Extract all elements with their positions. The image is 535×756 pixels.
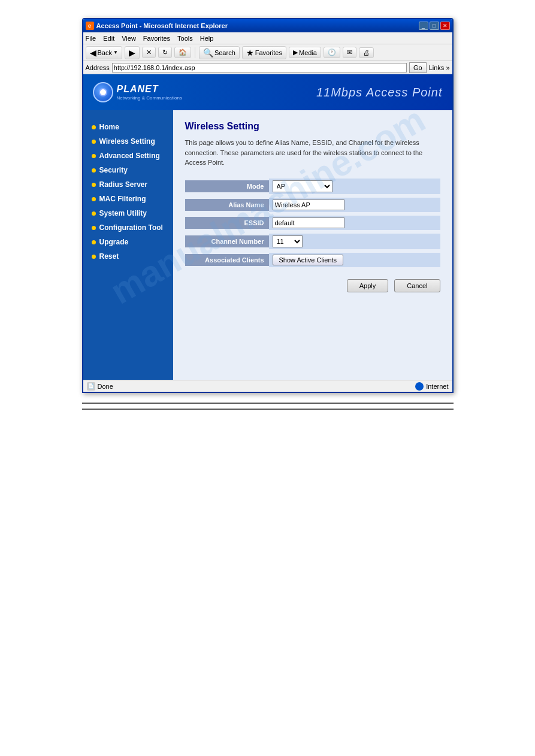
form-row-mode: Mode AP Station Ad-Hoc AP+WDS: [185, 179, 440, 194]
links-label: Links »: [429, 64, 450, 71]
star-icon: ★: [246, 48, 254, 58]
refresh-button[interactable]: ↻: [158, 47, 172, 58]
window-controls: _ □ ✕: [419, 22, 450, 30]
forward-button[interactable]: ▶: [125, 46, 140, 59]
sidebar-item-configuration-tool[interactable]: Configuration Tool: [83, 220, 173, 235]
sidebar-item-home[interactable]: Home: [83, 120, 173, 134]
bullet-icon: [92, 168, 96, 173]
bottom-dividers: [82, 403, 454, 415]
divider-line-1: [82, 403, 454, 404]
mode-label: Mode: [185, 180, 269, 192]
mode-input-cell: AP Station Ad-Hoc AP+WDS: [269, 179, 440, 194]
divider-line-2: [82, 409, 454, 410]
sidebar-label-home: Home: [99, 123, 119, 131]
sidebar-item-security[interactable]: Security: [83, 163, 173, 177]
sidebar-item-radius-server[interactable]: Radius Server: [83, 177, 173, 192]
channel-select[interactable]: 1234 5678 91011 1213: [273, 235, 303, 247]
show-clients-button[interactable]: Show Active Clients: [273, 255, 344, 265]
product-title: 11Mbps Access Point: [316, 86, 443, 99]
stop-button[interactable]: ✕: [142, 47, 156, 58]
sidebar-label-advanced-setting: Advanced Setting: [99, 152, 160, 160]
sidebar-label-radius-server: Radius Server: [99, 180, 148, 189]
window-title: Access Point - Microsoft Internet Explor…: [96, 22, 228, 29]
sidebar: Home Wireless Setting Advanced Setting S…: [83, 110, 173, 380]
close-button[interactable]: ✕: [440, 22, 450, 30]
bullet-icon: [92, 211, 96, 216]
menu-file[interactable]: File: [86, 35, 96, 42]
alias-input[interactable]: [273, 199, 344, 210]
address-label: Address: [86, 64, 110, 71]
internet-icon: [415, 382, 424, 391]
menu-edit[interactable]: Edit: [103, 35, 114, 42]
toolbar-separator: [195, 47, 195, 58]
bullet-icon: [92, 255, 96, 259]
clients-label: Associated Clients: [185, 254, 269, 266]
logo-subtext: Networking & Communications: [117, 95, 182, 101]
channel-label: Channel Number: [185, 235, 269, 247]
sidebar-label-upgrade: Upgrade: [99, 238, 129, 246]
bullet-icon: [92, 240, 96, 244]
search-icon: 🔍: [203, 48, 213, 58]
sidebar-item-upgrade[interactable]: Upgrade: [83, 235, 173, 249]
sidebar-item-system-utility[interactable]: System Utility: [83, 206, 173, 220]
action-buttons: Apply Cancel: [185, 279, 440, 292]
page-header: PLANET Networking & Communications 11Mbp…: [83, 74, 452, 110]
bullet-icon: [92, 154, 96, 158]
sidebar-label-mac-filtering: MAC Filtering: [99, 195, 146, 203]
menu-view[interactable]: View: [122, 35, 136, 42]
sidebar-label-wireless-setting: Wireless Setting: [99, 137, 155, 146]
alias-input-cell: [269, 198, 440, 212]
go-button[interactable]: Go: [409, 62, 427, 73]
media-button[interactable]: ▶ Media: [289, 47, 321, 58]
status-right: Internet: [415, 382, 448, 391]
clients-input-cell: Show Active Clients: [269, 253, 440, 267]
mail-button[interactable]: ✉: [343, 47, 356, 58]
sidebar-label-security: Security: [99, 166, 128, 174]
history-button[interactable]: 🕐: [324, 47, 340, 58]
sidebar-item-advanced-setting[interactable]: Advanced Setting: [83, 149, 173, 163]
home-button[interactable]: 🏠: [174, 47, 191, 58]
search-button[interactable]: 🔍 Search: [199, 46, 240, 59]
sidebar-item-wireless-setting[interactable]: Wireless Setting: [83, 134, 173, 149]
minimize-button[interactable]: _: [419, 22, 428, 30]
logo-icon: [93, 82, 113, 102]
sidebar-label-system-utility: System Utility: [99, 209, 147, 217]
essid-input[interactable]: [273, 217, 344, 228]
channel-input-cell: 1234 5678 91011 1213: [269, 234, 440, 249]
logo-text: PLANET: [117, 84, 182, 95]
forward-icon: ▶: [129, 48, 135, 58]
status-bar: 📄 Done Internet: [83, 380, 452, 392]
essid-label: ESSID: [185, 217, 269, 229]
menu-help[interactable]: Help: [200, 35, 214, 42]
back-icon: ◀: [90, 48, 96, 58]
menu-favorites[interactable]: Favorites: [143, 35, 170, 42]
address-input[interactable]: [112, 63, 407, 72]
browser-icon: e: [86, 22, 94, 30]
sidebar-item-reset[interactable]: Reset: [83, 249, 173, 264]
content-area: Wireless Setting This page allows you to…: [173, 110, 452, 380]
content-title: Wireless Setting: [185, 121, 440, 132]
alias-label: Alias Name: [185, 199, 269, 211]
menu-tools[interactable]: Tools: [177, 35, 193, 42]
print-button[interactable]: 🖨: [359, 47, 374, 58]
favorites-button[interactable]: ★ Favorites: [242, 46, 286, 59]
title-bar: e Access Point - Microsoft Internet Expl…: [83, 19, 452, 32]
bullet-icon: [92, 197, 96, 201]
apply-button[interactable]: Apply: [347, 279, 389, 292]
main-area: Home Wireless Setting Advanced Setting S…: [83, 110, 452, 380]
bullet-icon: [92, 125, 96, 129]
form-row-alias: Alias Name: [185, 198, 440, 212]
maximize-button[interactable]: □: [430, 22, 439, 30]
address-bar: Address Go Links »: [83, 61, 452, 74]
mode-select[interactable]: AP Station Ad-Hoc AP+WDS: [273, 180, 333, 192]
sidebar-item-mac-filtering[interactable]: MAC Filtering: [83, 192, 173, 206]
status-zone: Internet: [426, 383, 448, 390]
form-row-channel: Channel Number 1234 5678 91011 1213: [185, 234, 440, 249]
essid-input-cell: [269, 216, 440, 230]
back-button[interactable]: ◀ Back ▼: [86, 46, 122, 59]
cancel-button[interactable]: Cancel: [394, 279, 440, 292]
form-row-clients: Associated Clients Show Active Clients: [185, 253, 440, 267]
bullet-icon: [92, 140, 96, 144]
toolbar: ◀ Back ▼ ▶ ✕ ↻ 🏠 🔍 Search ★: [83, 44, 452, 61]
sidebar-label-reset: Reset: [99, 252, 119, 261]
